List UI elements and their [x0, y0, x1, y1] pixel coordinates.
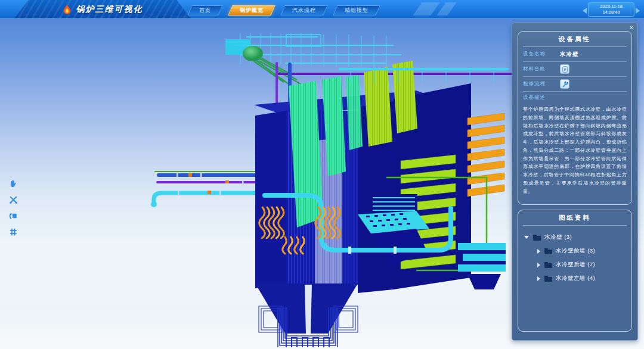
tab-boiler-overview[interactable]: 锅炉概览: [228, 5, 275, 15]
chevron-right-icon: [636, 8, 640, 14]
field-row-device-name: 设备名称 水冷壁: [523, 47, 627, 62]
material-ledger-button[interactable]: [560, 64, 569, 74]
folder-icon: [544, 248, 552, 254]
field-row-maintenance: 检修流程: [523, 77, 627, 92]
grid-toggle-button[interactable]: [8, 227, 18, 237]
rotate-view-button[interactable]: [8, 211, 18, 221]
chevron-left-icon: [583, 8, 587, 14]
field-label: 设备描述: [523, 94, 560, 101]
maintenance-flow-button[interactable]: [560, 79, 569, 89]
ash-hopper: [255, 283, 358, 347]
scissors-icon: [8, 195, 18, 205]
caret-down-icon[interactable]: [524, 236, 529, 239]
tree-item-rear-wall[interactable]: 水冷壁后墙 (7): [523, 258, 627, 272]
app-stage: 锅炉三维可视化 首页 锅炉概览 汽水流程 精细模型 2023-11-18 14:…: [0, 0, 644, 349]
device-name-value: 水冷壁: [560, 51, 579, 58]
datetime-badge: 2023-11-18 14:08:40: [588, 2, 634, 17]
header-decoration: [436, 2, 456, 15]
top-header-bar: 锅炉三维可视化 首页 锅炉概览 汽水流程 精细模型 2023-11-18 14:…: [0, 0, 644, 19]
viewport-toolbar: [8, 179, 18, 237]
field-label: 设备名称: [523, 51, 560, 58]
folder-icon: [544, 262, 552, 268]
date-text: 2023-11-18: [600, 4, 623, 10]
grid-icon: [8, 227, 18, 237]
field-label: 检修流程: [523, 80, 560, 88]
folder-icon: [544, 276, 552, 282]
field-label: 材料台账: [523, 66, 560, 73]
caret-right-icon[interactable]: [537, 249, 540, 254]
device-description-text: 整个炉膛四周为全焊式膜式水冷壁，由水冷壁的前后墙、两侧墙及顶棚过热器组成炉膛。前…: [523, 105, 627, 200]
tab-steam-water-flow[interactable]: 汽水流程: [280, 5, 328, 15]
tree-item-left-wall[interactable]: 水冷壁左墙 (4): [523, 272, 627, 285]
rotate-cube-icon: [8, 211, 18, 221]
main-nav: 首页 锅炉概览 汽水流程 精细模型: [190, 5, 378, 15]
drawings-panel: 图纸资料 水冷壁 (3) 水冷壁前墙 (3) 水冷壁后墙 (7): [518, 210, 632, 332]
document-icon: [562, 66, 568, 73]
wrench-icon: [562, 81, 568, 88]
drawings-tree: 水冷壁 (3) 水冷壁前墙 (3) 水冷壁后墙 (7) 水冷壁左墙 (4): [523, 226, 627, 285]
steam-drum: [243, 46, 302, 86]
field-row-material-ledger: 材料台账: [523, 62, 627, 77]
close-icon[interactable]: ×: [630, 24, 633, 31]
caret-right-icon[interactable]: [537, 263, 540, 267]
device-properties-panel: 设备属性 设备名称 水冷壁 材料台账 检修流程: [518, 31, 632, 205]
tree-item-front-wall[interactable]: 水冷壁前墙 (3): [523, 244, 627, 258]
right-sidebar: × 设备属性 设备名称 水冷壁 材料台账 检修流程: [512, 23, 638, 341]
app-logo-wedge: 锅炉三维可视化: [14, 0, 191, 18]
folder-icon: [533, 235, 541, 241]
hand-icon: [8, 179, 18, 189]
section-cut-button[interactable]: [8, 195, 18, 205]
right-cyan-assembly: [458, 243, 506, 289]
tab-home[interactable]: 首页: [187, 5, 223, 15]
pan-tool-button[interactable]: [8, 179, 18, 189]
tab-fine-model[interactable]: 精细模型: [333, 5, 380, 15]
panel-title: 图纸资料: [523, 214, 627, 226]
boiler-3d-model[interactable]: [136, 29, 530, 347]
tree-item-water-wall[interactable]: 水冷壁 (3): [523, 230, 627, 244]
time-text: 14:08:40: [602, 10, 620, 15]
flame-logo-icon: [63, 4, 72, 15]
caret-right-icon[interactable]: [537, 276, 540, 281]
panel-title: 设备属性: [523, 35, 627, 47]
app-title: 锅炉三维可视化: [76, 4, 143, 15]
header-decoration: [413, 2, 439, 15]
field-row-description: 设备描述: [523, 92, 627, 104]
